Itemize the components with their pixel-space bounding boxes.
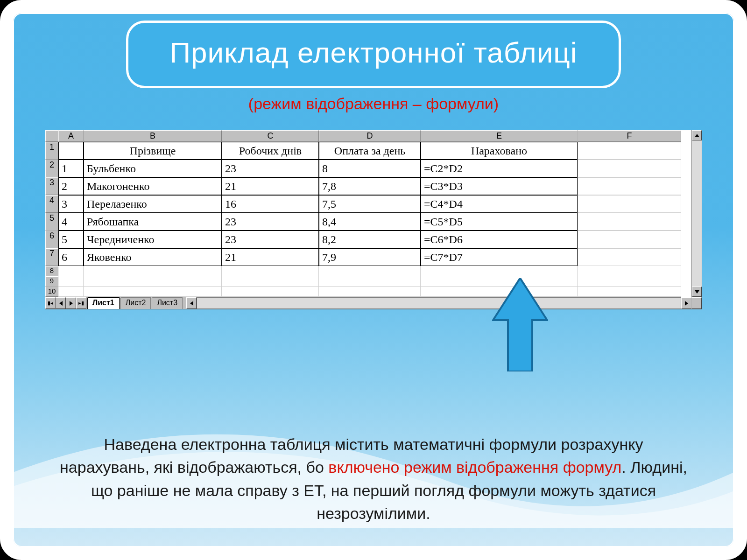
col-header[interactable]: E (421, 130, 578, 142)
scroll-track[interactable] (197, 297, 681, 309)
tab-nav-last[interactable]: ▸▮ (76, 297, 86, 309)
cell[interactable]: Нараховано (421, 142, 578, 160)
cell[interactable]: =C7*D7 (421, 248, 578, 266)
cell[interactable] (578, 142, 681, 160)
cell[interactable] (578, 276, 681, 287)
cell[interactable]: Чередниченко (84, 231, 222, 248)
cell[interactable]: 21 (222, 177, 319, 195)
cell[interactable] (84, 276, 222, 287)
cell[interactable] (84, 287, 222, 297)
cell[interactable]: 5 (58, 231, 84, 248)
cell[interactable] (578, 266, 681, 276)
cell[interactable]: =C2*D2 (421, 160, 578, 177)
cell[interactable]: 7,9 (319, 248, 421, 266)
row-header[interactable]: 3 (45, 177, 58, 195)
cell[interactable]: Оплата за день (319, 142, 421, 160)
cell[interactable]: Бульбенко (84, 160, 222, 177)
cell[interactable] (222, 287, 319, 297)
cell[interactable]: Перелазенко (84, 195, 222, 213)
cell[interactable] (222, 266, 319, 276)
cell[interactable]: Рябошапка (84, 213, 222, 231)
horizontal-scrollbar[interactable] (186, 297, 691, 309)
vertical-scrollbar[interactable] (691, 130, 702, 297)
cell[interactable]: 7,8 (319, 177, 421, 195)
row-header[interactable]: 6 (45, 231, 58, 248)
cell[interactable]: 7,5 (319, 195, 421, 213)
row-header[interactable]: 8 (45, 266, 58, 276)
cell[interactable] (578, 195, 681, 213)
cell[interactable]: =C4*D4 (421, 195, 578, 213)
cell[interactable] (58, 142, 84, 160)
cell[interactable] (319, 287, 421, 297)
cell[interactable]: Яковенко (84, 248, 222, 266)
cell[interactable] (222, 276, 319, 287)
resize-handle[interactable] (691, 297, 702, 309)
sheet-tab[interactable]: Лист3 (152, 297, 183, 309)
cell[interactable]: Прізвище (84, 142, 222, 160)
cell[interactable] (58, 287, 84, 297)
table-row: 10 (45, 287, 691, 297)
tab-nav-next[interactable] (66, 297, 76, 309)
col-header[interactable]: D (319, 130, 421, 142)
title-box: Приклад електронної таблиці (126, 21, 621, 88)
cell[interactable] (578, 287, 681, 297)
cell[interactable] (578, 177, 681, 195)
row-header[interactable]: 7 (45, 248, 58, 266)
sheet-tab-active[interactable]: Лист1 (87, 297, 120, 309)
select-all-corner[interactable] (45, 130, 58, 142)
scroll-right-button[interactable] (681, 297, 691, 309)
row-header[interactable]: 1 (45, 142, 58, 160)
table-row: 43Перелазенко167,5=C4*D4 (45, 195, 691, 213)
cell[interactable]: =C6*D6 (421, 231, 578, 248)
cell[interactable]: 1 (58, 160, 84, 177)
col-header[interactable]: C (222, 130, 319, 142)
cell[interactable] (578, 231, 681, 248)
cell[interactable]: 4 (58, 213, 84, 231)
caption-emphasis: включено режим відображення формул (328, 458, 621, 476)
cell[interactable] (578, 160, 681, 177)
row-header[interactable]: 4 (45, 195, 58, 213)
arrow-up-icon (492, 278, 548, 371)
scroll-left-button[interactable] (186, 297, 197, 309)
cell[interactable] (58, 266, 84, 276)
cell[interactable]: 2 (58, 177, 84, 195)
cell[interactable]: =C3*D3 (421, 177, 578, 195)
cell[interactable] (421, 266, 578, 276)
cell[interactable] (319, 266, 421, 276)
scroll-track[interactable] (692, 140, 702, 287)
cell[interactable]: 8,4 (319, 213, 421, 231)
scroll-up-button[interactable] (692, 130, 702, 140)
cell[interactable] (319, 276, 421, 287)
cell[interactable] (578, 248, 681, 266)
sheet-tab[interactable]: Лист2 (120, 297, 151, 309)
cell[interactable] (58, 276, 84, 287)
cell[interactable]: Макогоненко (84, 177, 222, 195)
cell[interactable] (578, 213, 681, 231)
cell[interactable] (84, 266, 222, 276)
cell[interactable]: 6 (58, 248, 84, 266)
cell[interactable]: Робочих днів (222, 142, 319, 160)
column-header-row: A B C D E F (45, 130, 691, 142)
tab-nav-first[interactable]: ▮◂ (45, 297, 56, 309)
cell[interactable]: 8 (319, 160, 421, 177)
row-header[interactable]: 2 (45, 160, 58, 177)
slide: Приклад електронної таблиці (режим відоб… (0, 0, 747, 560)
row-header[interactable]: 9 (45, 276, 58, 287)
cell[interactable]: 21 (222, 248, 319, 266)
scroll-down-button[interactable] (692, 287, 702, 297)
row-header[interactable]: 10 (45, 287, 58, 297)
col-header[interactable]: F (578, 130, 681, 142)
col-header[interactable]: A (58, 130, 84, 142)
row-header[interactable]: 5 (45, 213, 58, 231)
cell[interactable]: 23 (222, 160, 319, 177)
cell[interactable]: 3 (58, 195, 84, 213)
cell[interactable]: 23 (222, 213, 319, 231)
cell[interactable]: 16 (222, 195, 319, 213)
cell[interactable]: 23 (222, 231, 319, 248)
cell[interactable]: =C5*D5 (421, 213, 578, 231)
cell[interactable]: 8,2 (319, 231, 421, 248)
sheet-tab-bar: ▮◂ ▸▮ Лист1 Лист2 Лист3 (45, 297, 702, 309)
tab-nav-prev[interactable] (56, 297, 66, 309)
col-header[interactable]: B (84, 130, 222, 142)
table-row: 32Макогоненко217,8=C3*D3 (45, 177, 691, 195)
